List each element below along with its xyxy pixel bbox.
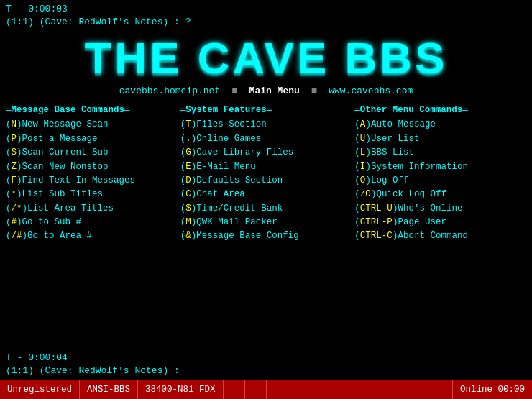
col-header-3: ═Other Menu Commands═ [354, 105, 523, 115]
paren-open: ( [6, 189, 12, 199]
item-text: Time/Credit Bank [196, 203, 283, 214]
key: Z [12, 162, 17, 172]
top-status: T - 0:00:03 (1:1) (Cave: RedWolf's Notes… [0, 0, 532, 30]
col-header-2: ═System Features═ [180, 105, 349, 115]
item-text: E-Mail Menu [196, 162, 256, 172]
bar-item: Online 00:00 [452, 380, 532, 399]
key: C [185, 189, 191, 199]
left-url: cavebbs.homeip.net [119, 86, 220, 96]
menu-item[interactable]: (*)List Sub Titles [6, 188, 175, 201]
menu-item[interactable]: (&)Message Base Config [180, 229, 349, 243]
key: # [12, 217, 17, 227]
col-header-1: ═Message Base Commands═ [6, 105, 175, 115]
title-area: THE CAVE BBS cavebbs.homeip.net ■ Main M… [0, 30, 532, 99]
paren-open: ( [6, 175, 12, 185]
menu-item[interactable]: (CTRL-C)Abort Command [354, 229, 523, 243]
item-text: Who's Online [398, 203, 462, 214]
menu-item[interactable]: (D)Defaults Section [180, 174, 349, 188]
item-text: QWK Mail Packer [196, 217, 278, 227]
menu-item[interactable]: (F)Find Text In Messages [6, 174, 175, 188]
paren-close: ) [365, 162, 371, 172]
paren-close: ) [17, 147, 22, 157]
bottom-line1: T - 0:00:04 [6, 352, 526, 364]
paren-close: ) [17, 217, 22, 227]
paren-open: ( [6, 119, 12, 129]
paren-open: ( [354, 175, 360, 185]
key: S [12, 147, 17, 157]
key: D [185, 175, 191, 185]
bar-item: 38400-N81 FDX [138, 380, 224, 399]
col1-items: (N)New Message Scan(P)Post a Message(S)S… [6, 118, 175, 243]
menu-item[interactable]: (G)Cave Library Files [180, 146, 349, 160]
paren-close: ) [17, 134, 22, 144]
paren-close: ) [17, 175, 22, 185]
sep-left: ■ [231, 85, 237, 96]
item-text: BBS List [371, 147, 414, 157]
item-text: New Message Scan [22, 119, 109, 129]
paren-close: ) [22, 231, 28, 241]
menu-item[interactable]: (CTRL-P)Page User [354, 216, 523, 229]
item-text: Auto Message [371, 119, 436, 129]
item-text: System Information [371, 162, 468, 172]
item-text: Go to Area # [27, 231, 92, 241]
key: P [12, 134, 17, 144]
menu-item[interactable]: (CTRL-U)Who's Online [354, 202, 523, 216]
sep-right: ■ [311, 85, 317, 96]
menu-item[interactable]: (T)Files Section [180, 118, 349, 132]
item-text: User List [371, 134, 420, 144]
col2-header-text: ═System Features═ [180, 105, 272, 115]
key: M [185, 217, 191, 227]
item-text: Go to Sub # [22, 217, 82, 227]
menu-item[interactable]: (M)QWK Mail Packer [180, 216, 349, 229]
menu-item[interactable]: (I)System Information [354, 160, 523, 174]
menu-item[interactable]: (/O)Quick Log Off [354, 188, 523, 201]
menu-item[interactable]: (U)User List [354, 132, 523, 146]
right-url: www.cavebbs.com [329, 86, 413, 96]
item-text: List Sub Titles [22, 189, 104, 199]
menu-item[interactable]: (S)Scan Current Sub [6, 146, 175, 160]
paren-open: ( [6, 231, 12, 241]
menu-item[interactable]: (O)Log Off [354, 174, 523, 188]
menu-item[interactable]: (C)Chat Area [180, 188, 349, 201]
col3-items: (A)Auto Message(U)User List(L)BBS List(I… [354, 118, 523, 243]
menu-item[interactable]: (#)Go to Sub # [6, 216, 175, 229]
menu-item[interactable]: ($)Time/Credit Bank [180, 202, 349, 216]
menu-item[interactable]: (.)Online Games [180, 132, 349, 146]
item-text: Defaults Section [196, 175, 283, 185]
big-title: THE CAVE BBS [0, 36, 532, 81]
paren-open: ( [354, 162, 360, 172]
key: N [12, 119, 17, 129]
menu-item[interactable]: (E)E-Mail Menu [180, 160, 349, 174]
menu-item[interactable]: (/#)Go to Area # [6, 229, 175, 243]
top-line1: T - 0:00:03 [6, 3, 526, 16]
menu-item[interactable]: (/*)List Area Titles [6, 202, 175, 216]
paren-open: ( [354, 217, 360, 227]
menu-item[interactable]: (A)Auto Message [354, 118, 523, 132]
paren-open: ( [6, 134, 12, 144]
paren-close: ) [17, 189, 22, 199]
menu-column-2: ═System Features═ (T)Files Section(.)Onl… [178, 105, 352, 243]
key: G [185, 147, 191, 157]
item-text: Cave Library Files [196, 147, 293, 157]
bar-item: ANSI-BBS [80, 380, 138, 399]
menu-item[interactable]: (P)Post a Message [6, 132, 175, 146]
col1-header-text: ═Message Base Commands═ [6, 105, 130, 115]
paren-open: ( [6, 162, 12, 172]
key: /O [360, 189, 371, 199]
bar-items-container: UnregisteredANSI-BBS38400-N81 FDXOnline … [0, 380, 532, 399]
key: CTRL-P [360, 217, 393, 227]
key: . [185, 134, 191, 144]
menu-item[interactable]: (Z)Scan New Nonstop [6, 160, 175, 174]
center-label: Main Menu [249, 86, 300, 96]
item-text: Online Games [196, 134, 261, 144]
paren-close: ) [22, 203, 28, 214]
menu-item[interactable]: (L)BBS List [354, 146, 523, 160]
item-text: Files Section [196, 119, 267, 129]
key: E [185, 162, 191, 172]
paren-open: ( [354, 119, 360, 129]
item-text: Page User [398, 217, 446, 227]
paren-open: ( [6, 217, 12, 227]
paren-open: ( [354, 147, 360, 157]
paren-close: ) [365, 134, 371, 144]
menu-item[interactable]: (N)New Message Scan [6, 118, 175, 132]
